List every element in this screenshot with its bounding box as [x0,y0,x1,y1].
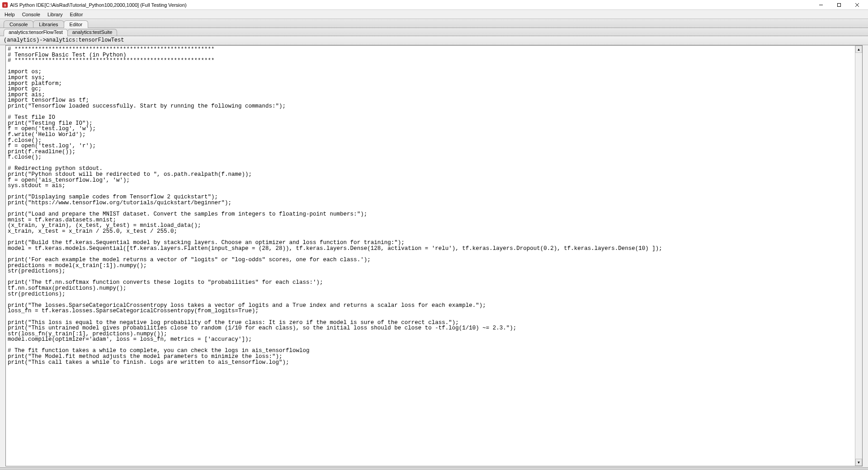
tab-libraries[interactable]: Libraries [33,20,64,28]
breadcrumb: (analytics)->analytics:tensorFlowTest [0,36,868,45]
tab-console[interactable]: Console [4,20,33,28]
menu-console[interactable]: Console [19,11,44,18]
menu-editor[interactable]: Editor [66,11,87,18]
window-titlebar: a AIS Python IDE[C:\AisRad\Tutorial_Pyth… [0,0,868,10]
svg-rect-3 [838,3,841,6]
menu-help[interactable]: Help [1,11,19,18]
main-tabs: Console Libraries Editor [0,19,868,28]
app-icon: a [2,2,8,8]
window-controls [812,0,866,10]
maximize-button[interactable] [830,0,848,10]
window-title: AIS Python IDE[C:\AisRad\Tutorial_Python… [10,2,812,8]
svg-text:a: a [4,3,6,7]
menu-library[interactable]: Library [44,11,66,18]
file-tabs: analytics:tensorFlowTest analytics:testS… [0,28,868,36]
close-button[interactable] [848,0,866,10]
minimize-button[interactable] [812,0,830,10]
tab-editor[interactable]: Editor [64,20,89,28]
file-tab-testsuite[interactable]: analytics:testSuite [67,29,118,36]
file-tab-tensorflowtest[interactable]: analytics:tensorFlowTest [4,29,68,36]
menubar: Help Console Library Editor [0,10,868,19]
